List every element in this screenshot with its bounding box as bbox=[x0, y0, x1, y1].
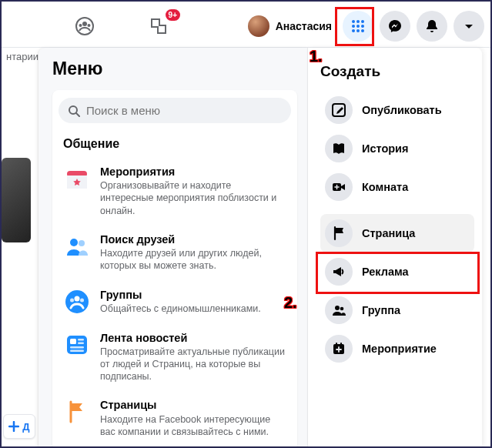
search-icon bbox=[68, 105, 80, 117]
menu-item-desc: Находите друзей или других людей, которы… bbox=[100, 247, 286, 272]
menu-item-events[interactable]: Мероприятия Организовывайте и находите и… bbox=[59, 159, 291, 226]
create-item-story[interactable]: История bbox=[320, 129, 474, 168]
gaming-nav-icon[interactable]: 9+ bbox=[145, 12, 172, 40]
svg-rect-34 bbox=[336, 343, 337, 346]
svg-point-7 bbox=[352, 25, 355, 28]
story-thumbnail[interactable] bbox=[2, 158, 31, 242]
svg-rect-24 bbox=[70, 339, 76, 344]
user-name[interactable]: Анастасия bbox=[276, 20, 332, 32]
menu-item-desc: Общайтесь с единомышленниками. bbox=[100, 303, 261, 315]
friends-icon bbox=[63, 232, 91, 260]
svg-rect-27 bbox=[70, 346, 84, 349]
messenger-button[interactable] bbox=[380, 11, 410, 42]
svg-point-5 bbox=[356, 20, 360, 23]
notification-badge: 9+ bbox=[166, 9, 180, 21]
create-item-label: История bbox=[362, 142, 409, 155]
svg-point-31 bbox=[335, 306, 340, 310]
create-item-label: Страница bbox=[362, 227, 415, 239]
menu-title: Меню bbox=[52, 59, 297, 79]
search-input[interactable] bbox=[86, 104, 282, 117]
svg-point-10 bbox=[352, 29, 355, 32]
svg-point-9 bbox=[361, 25, 364, 28]
partial-text: нтарии bbox=[2, 48, 38, 65]
section-label: Общение bbox=[59, 134, 291, 159]
create-item-post[interactable]: Опубликовать bbox=[320, 91, 474, 129]
create-item-label: Опубликовать bbox=[362, 104, 442, 116]
menu-item-title: Лента новостей bbox=[100, 331, 286, 345]
svg-point-1 bbox=[82, 22, 87, 26]
menu-panel: Меню Общение Мероприятия Организовывайте… bbox=[38, 48, 308, 446]
menu-item-news-feed[interactable]: Лента новостей Просматривайте актуальные… bbox=[59, 325, 291, 393]
create-item-label: Комната bbox=[362, 181, 408, 193]
menu-item-desc: Находите на Facebook интересующие вас ко… bbox=[100, 413, 286, 439]
menu-item-pages[interactable]: Страницы Находите на Facebook интересующ… bbox=[59, 392, 291, 446]
svg-point-20 bbox=[75, 296, 80, 301]
create-item-group[interactable]: Группа bbox=[320, 291, 474, 329]
add-button[interactable]: Д bbox=[3, 414, 35, 439]
menu-item-desc: Просматривайте актуальные публикации от … bbox=[100, 346, 286, 383]
create-item-room[interactable]: Комната bbox=[320, 168, 474, 206]
svg-point-12 bbox=[361, 29, 364, 32]
flag-icon bbox=[63, 398, 91, 426]
create-title: Создать bbox=[320, 63, 474, 80]
svg-point-3 bbox=[88, 24, 91, 27]
account-dropdown-button[interactable] bbox=[454, 11, 484, 42]
flag-solid-icon bbox=[325, 219, 353, 247]
menu-grid-button[interactable] bbox=[343, 11, 373, 42]
svg-rect-35 bbox=[340, 343, 342, 346]
svg-point-11 bbox=[356, 29, 360, 32]
background-sidebar: нтарии Д bbox=[2, 48, 38, 446]
svg-point-6 bbox=[361, 20, 364, 23]
svg-rect-28 bbox=[70, 349, 84, 352]
menu-item-groups[interactable]: Группы Общайтесь с единомышленниками. bbox=[59, 282, 291, 325]
notifications-button[interactable] bbox=[417, 11, 447, 42]
svg-point-21 bbox=[70, 298, 74, 302]
svg-rect-26 bbox=[78, 342, 84, 344]
create-item-page[interactable]: Страница bbox=[320, 214, 474, 252]
create-item-label: Мероприятие bbox=[362, 343, 437, 355]
svg-rect-25 bbox=[78, 339, 84, 341]
menu-item-find-friends[interactable]: Поиск друзей Находите друзей или других … bbox=[59, 226, 291, 282]
add-label: Д bbox=[22, 421, 29, 433]
megaphone-icon bbox=[325, 258, 353, 286]
create-item-label: Группа bbox=[362, 304, 400, 316]
svg-point-4 bbox=[352, 20, 355, 23]
svg-point-19 bbox=[65, 290, 89, 313]
people-icon bbox=[325, 296, 353, 324]
menu-item-desc: Организовывайте и находите интересные ме… bbox=[100, 179, 286, 217]
create-item-label: Реклама bbox=[362, 266, 409, 278]
news-feed-icon bbox=[63, 331, 91, 359]
avatar[interactable] bbox=[248, 15, 269, 37]
menu-search[interactable] bbox=[59, 98, 291, 123]
calendar-star-icon bbox=[63, 165, 91, 192]
menu-item-title: Поиск друзей bbox=[100, 232, 286, 246]
svg-point-8 bbox=[356, 25, 360, 28]
top-bar: 9+ Анастасия bbox=[2, 5, 490, 48]
create-item-ad[interactable]: Реклама bbox=[320, 252, 474, 291]
groups-icon bbox=[63, 288, 91, 316]
create-panel: Создать Опубликовать История Комната Ст bbox=[308, 48, 482, 446]
groups-nav-icon[interactable] bbox=[71, 12, 99, 40]
menu-item-title: Группы bbox=[100, 288, 261, 302]
svg-point-18 bbox=[79, 240, 85, 246]
svg-point-22 bbox=[80, 298, 84, 302]
svg-point-32 bbox=[340, 307, 344, 311]
svg-point-2 bbox=[79, 24, 82, 27]
book-icon bbox=[325, 135, 353, 162]
menu-item-title: Страницы bbox=[100, 398, 286, 412]
menu-item-title: Мероприятия bbox=[100, 165, 286, 179]
calendar-plus-icon bbox=[325, 335, 353, 363]
video-plus-icon bbox=[325, 173, 353, 201]
create-item-event[interactable]: Мероприятие bbox=[320, 329, 474, 368]
svg-point-17 bbox=[70, 239, 78, 246]
compose-icon bbox=[325, 96, 353, 124]
